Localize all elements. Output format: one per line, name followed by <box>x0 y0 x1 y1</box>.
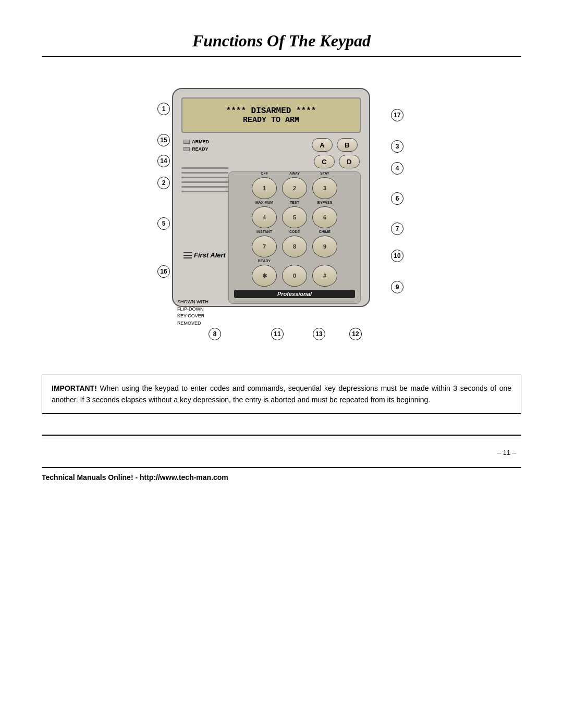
grille-line <box>181 167 228 169</box>
key-2-num: 2 <box>293 186 296 191</box>
key-4[interactable]: MAXIMUM 4 <box>252 206 277 228</box>
key-7-func: INSTANT <box>256 230 272 233</box>
bottom-rule-2 <box>42 438 521 438</box>
callout-15: 15 <box>157 134 170 146</box>
numpad-row-4: READY ✱ 0 # <box>234 265 355 287</box>
callout-13: 13 <box>313 328 325 340</box>
grille-line <box>181 186 228 188</box>
bottom-rule-1 <box>42 435 521 436</box>
callout-7: 7 <box>391 223 403 235</box>
grille-line <box>181 177 228 178</box>
display-line2: READY TO ARM <box>243 116 299 125</box>
numpad-row-1: OFF 1 AWAY 2 STAY 3 <box>234 177 355 199</box>
callout-5: 5 <box>157 217 170 230</box>
key-7[interactable]: INSTANT 7 <box>252 236 277 257</box>
key-5-num: 5 <box>293 215 296 220</box>
callout-3: 3 <box>391 140 403 153</box>
key-6-func: BYPASS <box>317 201 332 204</box>
ready-label: READY <box>192 146 209 152</box>
shown-with-text: SHOWN WITH FLIP-DOWN KEY COVER REMOVED <box>177 299 209 327</box>
keypad-wrapper: 1 15 14 2 5 16 8 11 13 12 17 3 4 <box>130 78 433 354</box>
key-star[interactable]: READY ✱ <box>252 265 277 287</box>
hamburger-icon <box>183 252 192 258</box>
callout-12: 12 <box>349 328 362 340</box>
key-8-num: 8 <box>293 244 296 250</box>
keypad-device: **** DISARMED **** READY TO ARM ARMED RE… <box>172 88 370 307</box>
footer-text: Technical Manuals Online! - http://www.t… <box>42 473 228 482</box>
speaker-area <box>181 162 228 214</box>
key-1[interactable]: OFF 1 <box>252 177 277 199</box>
callout-14: 14 <box>157 155 170 167</box>
notice-box: IMPORTANT! When using the keypad to ente… <box>42 375 521 414</box>
display-line1: **** DISARMED **** <box>226 106 316 116</box>
key-5[interactable]: TEST 5 <box>282 206 307 228</box>
ready-led: READY <box>183 146 209 152</box>
numpad-row-2: MAXIMUM 4 TEST 5 BYPASS 6 <box>234 206 355 228</box>
key-3[interactable]: STAY 3 <box>312 177 337 199</box>
btn-b[interactable]: B <box>337 138 358 152</box>
callout-10: 10 <box>391 250 403 262</box>
btn-c[interactable]: C <box>314 155 335 168</box>
footer: Technical Manuals Online! - http://www.t… <box>42 467 521 482</box>
callout-9: 9 <box>391 281 403 293</box>
key-hash-num: # <box>323 273 326 279</box>
callout-4: 4 <box>391 162 403 175</box>
key-1-num: 1 <box>263 186 266 191</box>
key-2[interactable]: AWAY 2 <box>282 177 307 199</box>
func-buttons-row: A B <box>312 138 359 152</box>
diagram-area: 1 15 14 2 5 16 8 11 13 12 17 3 4 <box>42 78 521 354</box>
page-number: – 11 – <box>42 449 521 456</box>
key-star-num: ✱ <box>262 273 267 279</box>
key-6-num: 6 <box>323 215 326 220</box>
shown-with-line2: FLIP-DOWN <box>177 306 204 312</box>
shown-with-line4: REMOVED <box>177 320 201 326</box>
notice-label: IMPORTANT! <box>52 384 97 392</box>
key-8-func: CODE <box>289 230 300 233</box>
grille-lines <box>181 167 228 192</box>
status-row: ARMED READY A B <box>181 138 361 153</box>
grille-line <box>181 191 228 192</box>
key-4-num: 4 <box>263 215 266 220</box>
callout-11: 11 <box>271 328 284 340</box>
key-0-num: 0 <box>293 273 296 279</box>
key-9-func: CHIME <box>319 230 331 233</box>
keypad-screen: **** DISARMED **** READY TO ARM <box>181 97 361 133</box>
key-1-func: OFF <box>261 171 268 175</box>
numpad-container: OFF 1 AWAY 2 STAY 3 <box>228 171 361 304</box>
key-3-num: 3 <box>323 186 326 191</box>
page-title: Functions Of The Keypad <box>42 31 521 51</box>
numpad-row-3: INSTANT 7 CODE 8 CHIME 9 <box>234 236 355 257</box>
key-star-func: READY <box>258 259 271 263</box>
ready-led-box <box>183 147 190 151</box>
armed-label: ARMED <box>192 139 209 144</box>
key-6[interactable]: BYPASS 6 <box>312 206 337 228</box>
professional-label: Professional <box>234 290 355 298</box>
callout-8: 8 <box>209 328 221 340</box>
first-alert-logo: First Alert <box>183 251 226 259</box>
callout-2: 2 <box>157 177 170 189</box>
shown-with-line1: SHOWN WITH <box>177 299 209 304</box>
grille-line <box>181 181 228 183</box>
callout-6: 6 <box>391 192 403 205</box>
key-9[interactable]: CHIME 9 <box>312 236 337 257</box>
h-line <box>183 252 192 253</box>
notice-text: When using the keypad to enter codes and… <box>52 384 511 404</box>
h-line <box>183 257 192 258</box>
grille-line <box>181 172 228 174</box>
key-3-func: STAY <box>320 171 329 175</box>
first-alert-text: First Alert <box>194 251 226 259</box>
key-hash[interactable]: # <box>312 265 337 287</box>
title-divider <box>42 56 521 57</box>
btn-d[interactable]: D <box>339 155 360 168</box>
key-4-func: MAXIMUM <box>255 201 273 204</box>
callout-16: 16 <box>157 265 170 278</box>
shown-with-line3: KEY COVER <box>177 313 204 318</box>
key-8[interactable]: CODE 8 <box>282 236 307 257</box>
key-0[interactable]: 0 <box>282 265 307 287</box>
armed-led-box <box>183 140 190 144</box>
h-line <box>183 255 192 256</box>
status-indicators: ARMED READY <box>183 139 209 152</box>
callout-1: 1 <box>157 103 170 115</box>
btn-a[interactable]: A <box>312 138 333 152</box>
callout-17: 17 <box>391 109 403 121</box>
